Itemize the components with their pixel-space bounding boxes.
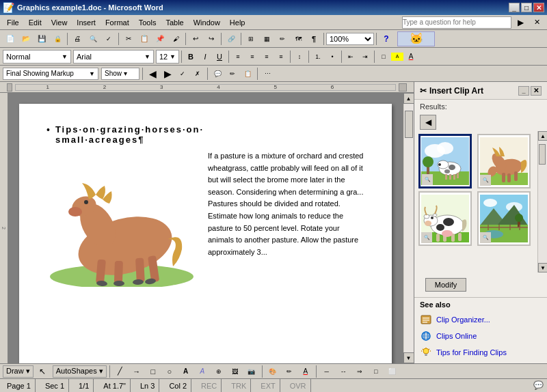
picture-tool[interactable]: 📷 (244, 365, 259, 378)
decrease-indent-button[interactable]: ⇤ (344, 50, 358, 64)
maximize-button[interactable]: □ (521, 3, 532, 12)
show-hide-button[interactable]: ¶ (306, 32, 321, 46)
back-button[interactable]: ◀ (420, 115, 542, 130)
panel-scroll-track[interactable] (538, 141, 547, 263)
permission-button[interactable]: 🔒 (50, 32, 65, 46)
menu-table[interactable]: Table (161, 16, 187, 29)
font-color-button[interactable]: A (404, 50, 418, 64)
see-also-organizer[interactable]: Clip Organizer... (420, 311, 542, 328)
track-button[interactable]: 📋 (241, 67, 254, 81)
diagram-tool[interactable]: ⊕ (211, 365, 226, 378)
status-icon[interactable]: 💬 (533, 380, 544, 391)
panel-scroll-up[interactable]: ▲ (538, 131, 547, 141)
panel-scroll-thumb[interactable] (539, 144, 546, 165)
clipart-tool[interactable]: 🖼 (228, 365, 243, 378)
increase-indent-button[interactable]: ⇥ (358, 50, 372, 64)
save-button[interactable]: 💾 (34, 32, 49, 46)
print-button[interactable]: 🖨 (70, 32, 85, 46)
clip-item-3[interactable]: 🔍 (418, 191, 472, 246)
spellcheck-button[interactable]: ✓ (101, 32, 116, 46)
scrollbar-thumb[interactable] (405, 111, 413, 138)
clip-item-1[interactable]: 🔍 (418, 134, 472, 188)
undo-button[interactable]: ↩ (188, 32, 203, 46)
redo-button[interactable]: ↪ (204, 32, 219, 46)
panel-scroll-down[interactable]: ▼ (538, 263, 547, 272)
3d-tool[interactable]: ⬜ (385, 365, 400, 378)
table-button[interactable]: ⊞ (243, 32, 258, 46)
accept-change-button[interactable]: ✓ (176, 67, 189, 81)
menu-insert[interactable]: Insert (72, 16, 100, 29)
line-color-tool[interactable]: ✏ (282, 365, 297, 378)
modify-button[interactable]: Modify (425, 278, 466, 292)
size-dropdown[interactable]: 12 ▼ (156, 50, 179, 64)
drawing-button[interactable]: ✏ (275, 32, 290, 46)
comment-button[interactable]: 💬 (211, 67, 224, 81)
open-button[interactable]: 📂 (18, 32, 34, 46)
new-button[interactable]: 📄 (3, 32, 18, 46)
italic-button[interactable]: I (198, 50, 212, 64)
reject-change-button[interactable]: ✗ (191, 67, 204, 81)
clip-item-4[interactable]: 🔍 (477, 191, 531, 246)
zoom-select[interactable]: 100% 75% 50% (326, 33, 374, 45)
menu-help[interactable]: Help (226, 16, 250, 29)
font-dropdown[interactable]: Arial ▼ (73, 50, 154, 64)
line-spacing-button[interactable]: ↕ (293, 50, 306, 64)
print-preview-button[interactable]: 🔍 (85, 32, 101, 46)
scroll-up-button[interactable]: ▲ (403, 93, 414, 104)
oval-tool[interactable]: ○ (162, 365, 177, 378)
close-button[interactable]: ✕ (533, 3, 544, 12)
next-change-button[interactable]: ▶ (161, 67, 174, 81)
copy-button[interactable]: 📋 (137, 32, 152, 46)
format-painter-button[interactable]: 🖌 (168, 32, 183, 46)
menu-view[interactable]: View (47, 16, 72, 29)
textbox-tool[interactable]: A (178, 365, 194, 378)
columns-button[interactable]: ▦ (259, 32, 274, 46)
doc-scroll-area[interactable]: • Tips·on·grazing·horses·on·small·acreag… (0, 93, 403, 363)
markup-dropdown[interactable]: Final Showing Markup ▼ (3, 68, 98, 80)
style-dropdown[interactable]: Normal ▼ (3, 50, 71, 64)
help-close-button[interactable]: ✕ (529, 16, 544, 29)
bold-button[interactable]: B (184, 50, 198, 64)
select-tool[interactable]: ↖ (35, 365, 50, 378)
document-map-button[interactable]: 🗺 (291, 32, 306, 46)
help-arrow-button[interactable]: ▶ (513, 16, 528, 29)
rect-tool[interactable]: □ (146, 365, 161, 378)
line-tool[interactable]: ╱ (113, 365, 128, 378)
prev-change-button[interactable]: ◀ (146, 67, 159, 81)
show-dropdown[interactable]: Show ▾ (101, 68, 139, 80)
menu-format[interactable]: Format (101, 16, 133, 29)
arrow-style-tool[interactable]: ⇒ (352, 365, 367, 378)
see-also-tips[interactable]: Tips for Finding Clips (420, 344, 542, 361)
hyperlink-button[interactable]: 🔗 (224, 32, 239, 46)
help-search-input[interactable] (402, 16, 511, 29)
menu-window[interactable]: Window (189, 16, 224, 29)
scrollbar-track[interactable] (404, 104, 414, 352)
font-color-tool[interactable]: A (298, 365, 313, 378)
menu-edit[interactable]: Edit (25, 16, 46, 29)
cut-button[interactable]: ✂ (121, 32, 136, 46)
border-button[interactable]: □ (377, 50, 390, 64)
more-tracking-button[interactable]: ⋯ (261, 67, 274, 81)
panel-close-button[interactable]: ✕ (531, 86, 542, 96)
minimize-button[interactable]: _ (509, 3, 520, 12)
draw-dropdown[interactable]: Draw ▾ (3, 365, 34, 378)
align-right-button[interactable]: ≡ (260, 50, 274, 64)
shadow-tool[interactable]: □ (369, 365, 384, 378)
underline-button[interactable]: U (213, 50, 226, 64)
fill-color-tool[interactable]: 🎨 (265, 365, 280, 378)
menu-file[interactable]: File (3, 16, 23, 29)
align-center-button[interactable]: ≡ (245, 50, 259, 64)
bullets-button[interactable]: • (325, 50, 339, 64)
see-also-clips-online[interactable]: Clips Online (420, 328, 542, 344)
dash-style-tool[interactable]: - - (336, 365, 351, 378)
paste-button[interactable]: 📌 (152, 32, 168, 46)
line-style-tool[interactable]: ─ (319, 365, 334, 378)
justify-button[interactable]: ≡ (274, 50, 288, 64)
autoshapes-dropdown[interactable]: AutoShapes ▾ (53, 365, 107, 378)
arrow-tool[interactable]: → (129, 365, 144, 378)
align-left-button[interactable]: ≡ (231, 50, 245, 64)
edit-button[interactable]: ✏ (226, 67, 239, 81)
panel-minimize-button[interactable]: _ (518, 86, 529, 96)
menu-tools[interactable]: Tools (135, 16, 161, 29)
wordart-tool[interactable]: A (195, 365, 210, 378)
